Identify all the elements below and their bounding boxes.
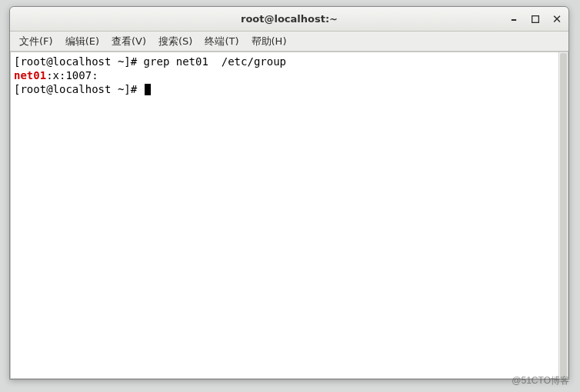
menubar: 文件(F) 编辑(E) 查看(V) 搜索(S) 终端(T) 帮助(H) (10, 32, 568, 51)
minimize-button[interactable]: – (507, 12, 521, 26)
terminal-cursor (145, 84, 151, 95)
svg-rect-0 (532, 15, 539, 22)
command-text: grep net01 /etc/group (144, 55, 286, 68)
watermark: @51CTO博客 (512, 374, 569, 387)
titlebar[interactable]: root@localhost:~ – ✕ (10, 7, 568, 32)
menu-search[interactable]: 搜索(S) (152, 32, 198, 51)
prompt-hash: # (131, 55, 144, 68)
scrollbar-thumb[interactable] (560, 53, 567, 378)
menu-help[interactable]: 帮助(H) (245, 32, 293, 51)
prompt-userhost: root@localhost (20, 55, 111, 68)
scrollbar[interactable] (558, 52, 568, 378)
prompt-bracket: ] (124, 55, 130, 68)
maximize-button[interactable] (528, 12, 542, 26)
menu-view[interactable]: 查看(V) (105, 32, 152, 51)
prompt-userhost: root@localhost (20, 83, 111, 95)
terminal-window: root@localhost:~ – ✕ 文件(F) 编辑(E) 查看(V) 搜… (9, 6, 569, 380)
window-title: root@localhost:~ (10, 13, 568, 25)
prompt-path: ~ (111, 83, 124, 95)
prompt-path: ~ (111, 55, 124, 68)
output-text: :x:1007: (46, 69, 98, 81)
prompt-bracket: ] (124, 83, 130, 95)
grep-match: net01 (14, 69, 46, 81)
terminal-area[interactable]: [root@localhost ~]# grep net01 /etc/grou… (11, 52, 568, 378)
prompt-hash: # (131, 83, 144, 95)
menu-terminal[interactable]: 终端(T) (198, 32, 245, 51)
menu-edit[interactable]: 编辑(E) (59, 32, 105, 51)
menu-file[interactable]: 文件(F) (13, 32, 59, 51)
window-controls: – ✕ (507, 12, 564, 26)
terminal-frame: [root@localhost ~]# grep net01 /etc/grou… (10, 51, 568, 379)
close-button[interactable]: ✕ (550, 12, 564, 26)
